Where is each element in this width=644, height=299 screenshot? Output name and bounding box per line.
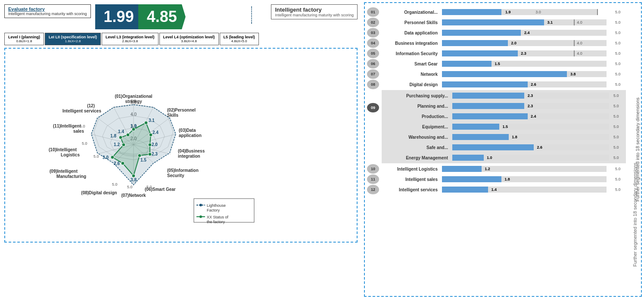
svg-text:2.0: 2.0 [152, 142, 158, 147]
svg-text:Skills: Skills [167, 113, 179, 118]
svg-text:(07)Network: (07)Network [121, 193, 146, 198]
bar-sub-warehousing: Warehousing and... 1.8 5.0 [383, 132, 624, 142]
svg-point-23 [144, 121, 148, 125]
svg-text:(08)Digital design: (08)Digital design [81, 190, 117, 195]
bar-num-09: 09 [367, 103, 379, 112]
svg-point-27 [138, 154, 141, 157]
svg-text:3.8: 3.8 [131, 178, 137, 182]
bar-label-production: Production... [383, 114, 448, 119]
left-panel: Evaluate factory Intelligent manufacturi… [0, 0, 362, 299]
bar-num-01: 01 [367, 7, 379, 17]
bar-section-09: 09 Purchasing supply... 2.3 5.0 [367, 90, 626, 163]
svg-text:(11)Intelligent: (11)Intelligent [53, 124, 81, 128]
bar-label-07: Network [382, 72, 438, 77]
svg-point-76 [199, 204, 202, 206]
level-item-1: Level I (planning) 0.8≤X<1.8 [4, 33, 44, 45]
svg-text:1.2: 1.2 [114, 142, 120, 147]
bar-label-planning: Planning and... [383, 104, 448, 109]
bar-num-03: 03 [367, 28, 379, 37]
svg-text:1.8: 1.8 [110, 134, 116, 138]
level-item-2: LeI LII (specification level) 1.8≤X<2.8 [45, 33, 101, 45]
svg-text:5.0: 5.0 [80, 124, 85, 128]
level-item-5: L5 (leading level) 4.8≤X<5.0 [220, 33, 259, 45]
bar-label-03: Data application [382, 31, 438, 35]
bar-label-energy: Energy Management [383, 156, 448, 160]
svg-point-30 [111, 156, 114, 159]
bar-label-06: Smart Gear [382, 62, 438, 66]
level-item-4: Level L4 (optimization level) 3.8≤X<4.8 [159, 33, 219, 45]
bar-row-11: 11 Intelligent sales 1.8 5.0 [367, 174, 626, 184]
svg-text:sales: sales [73, 129, 84, 134]
svg-text:(03)Data: (03)Data [179, 128, 196, 133]
svg-point-24 [149, 133, 152, 137]
svg-text:Logistics: Logistics [61, 153, 80, 157]
right-panel: Further segmented into 18 secondary dime… [364, 2, 642, 297]
svg-text:5.0: 5.0 [112, 182, 118, 187]
bar-label-02: Personnel Skills [382, 20, 438, 25]
intelligent-box: Intelligent factory Intelligent manufact… [271, 4, 358, 19]
score-blue: 1.99 [95, 4, 143, 29]
svg-text:(10)Intelligent: (10)Intelligent [49, 147, 77, 152]
bar-label-equipment: Equipment... [383, 125, 448, 129]
svg-point-28 [132, 174, 135, 178]
level-bar: Level I (planning) 0.8≤X<1.8 LeI LII (sp… [4, 33, 358, 45]
radar-container: 5.0 4.0 3.0 2.0 [4, 48, 358, 243]
intelligent-subtitle: Intelligent manufacturing maturity with … [275, 13, 354, 17]
bar-label-warehousing: Warehousing and... [383, 135, 448, 140]
svg-text:Factory: Factory [207, 208, 220, 212]
evaluate-title: Evaluate factory [8, 6, 87, 12]
bar-row-02: 02 Personnel Skills 3.1 4.0 5.0 [367, 18, 626, 27]
radar-svg: 5.0 4.0 3.0 2.0 [9, 52, 258, 237]
bar-num-02: 02 [367, 18, 379, 27]
svg-text:1.5: 1.5 [140, 158, 146, 162]
bar-label-10: Intelligent Logistics [382, 167, 438, 171]
bar-label-04: Business integration [382, 41, 438, 46]
svg-text:strategy: strategy [125, 99, 142, 104]
bar-row-10: 10 Intelligent Logistics 1.2 5.0 [367, 164, 626, 174]
bar-row-01: 01 Organizational... 1.9 3.0 5.0 [367, 7, 626, 17]
svg-text:(05)Information: (05)Information [167, 168, 199, 173]
svg-point-32 [119, 136, 122, 139]
svg-text:2.3: 2.3 [152, 152, 158, 156]
svg-text:the factory: the factory [207, 220, 225, 224]
bar-sub-equipment: Equipment... 1.5 5.0 [383, 122, 624, 131]
score-arrow: 1.99 4.85 [95, 4, 186, 29]
bar-sub-planning: Planning and... 2.3 5.0 [383, 101, 624, 111]
bar-num-05: 05 [367, 49, 379, 58]
svg-point-26 [148, 153, 152, 156]
svg-text:Intelligent services: Intelligent services [62, 109, 101, 113]
score-green: 4.85 [138, 4, 186, 29]
svg-point-33 [126, 133, 130, 137]
bar-label-safe: Safe and... [383, 145, 448, 150]
bar-num-04: 04 [367, 38, 379, 48]
bar-sub-purchasing: Purchasing supply... 2.3 5.0 [383, 91, 624, 100]
bar-num-12: 12 [367, 185, 379, 194]
svg-point-80 [199, 215, 202, 218]
svg-text:(04)Business: (04)Business [178, 149, 205, 153]
svg-text:integration: integration [178, 154, 200, 159]
svg-text:2.6: 2.6 [114, 161, 120, 166]
bar-sub-production: Production... 2.4 5.0 [383, 112, 624, 121]
svg-text:3.0: 3.0 [103, 155, 109, 160]
bar-row-07: 07 Network 3.8 5.0 [367, 69, 626, 79]
bar-num-11: 11 [367, 174, 379, 184]
svg-text:XX Status of: XX Status of [207, 215, 229, 219]
svg-text:1.4: 1.4 [118, 129, 124, 134]
svg-text:5.0: 5.0 [127, 185, 133, 189]
level-item-3: Level L3 (integration level) 2.8≤X<3.8 [102, 33, 159, 45]
svg-text:application: application [179, 133, 202, 138]
bar-num-08: 08 [367, 80, 379, 89]
bar-row-03: 03 Data application 2.4 5.0 [367, 28, 626, 37]
bar-list: 01 Organizational... 1.9 3.0 5.0 02 Pers… [367, 7, 637, 194]
svg-text:Manufacturing: Manufacturing [56, 174, 86, 179]
svg-point-29 [121, 162, 124, 165]
svg-point-31 [122, 143, 125, 146]
bar-label-purchasing: Purchasing supply... [383, 93, 448, 98]
bar-sub-energy: Energy Management 1.0 5.0 [383, 153, 624, 162]
bar-label-01: Organizational... [382, 10, 438, 15]
bar-label-11: Intelligent sales [382, 177, 438, 182]
svg-text:Security: Security [167, 173, 184, 178]
svg-text:5.0: 5.0 [82, 141, 87, 146]
bar-row-05: 05 Information Security 2.3 4.0 5.0 [367, 49, 626, 58]
evaluate-subtitle: Intelligent manufacturing maturity with … [8, 12, 87, 16]
